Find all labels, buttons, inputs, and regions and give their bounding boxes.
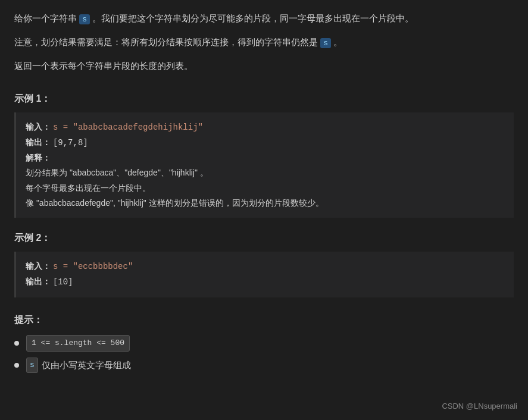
hint1-badge: 1 <= s.length <= 500	[26, 335, 130, 352]
intro-text-prefix: 给你一个字符串	[14, 13, 77, 23]
example2-title: 示例 2：	[14, 230, 514, 246]
watermark: CSDN @LNsupermali	[442, 400, 517, 413]
hints-list: 1 <= s.length <= 500 s 仅由小写英文字母组成	[14, 335, 514, 373]
hint2-s-badge: s	[26, 358, 38, 373]
bullet-icon-1	[14, 341, 19, 346]
example2-block: 输入： s = "eccbbbbdec" 输出： [10]	[14, 252, 514, 297]
intro-s-badge: s	[79, 14, 90, 24]
example1-title: 示例 1：	[14, 90, 514, 106]
bullet-icon-2	[14, 363, 19, 368]
note-text-prefix: 注意，划分结果需要满足：将所有划分结果按顺序连接，得到的字符串仍然是	[14, 37, 318, 47]
example1-input-label: 输入：	[26, 122, 51, 131]
example2-input-value: s = "eccbbbbdec"	[53, 262, 133, 271]
example1-explain-label: 解释：	[26, 153, 51, 162]
example1-input-value: s = "ababcbacadefegdehijhklij"	[53, 123, 203, 132]
return-paragraph: 返回一个表示每个字符串片段的长度的列表。	[14, 58, 514, 74]
example2-output-label: 输出：	[26, 277, 51, 286]
hint2-text: 仅由小写英文字母组成	[42, 358, 131, 373]
hints-section: 提示： 1 <= s.length <= 500 s 仅由小写英文字母组成	[14, 312, 514, 373]
example1-explain-row: 解释：	[26, 151, 504, 165]
example1-output-label: 输出：	[26, 137, 51, 147]
example1-output-value: [9,7,8]	[53, 138, 88, 148]
note-s-badge: s	[320, 38, 331, 48]
note-text-suffix: 。	[333, 37, 342, 47]
example1-output-row: 输出： [9,7,8]	[26, 135, 504, 151]
example1-block: 输入： s = "ababcbacadefegdehijhklij" 输出： […	[14, 112, 514, 218]
example2-output-value: [10]	[53, 277, 73, 287]
example1-input-row: 输入： s = "ababcbacadefegdehijhklij"	[26, 120, 504, 135]
note-paragraph: 注意，划分结果需要满足：将所有划分结果按顺序连接，得到的字符串仍然是 s 。	[14, 35, 514, 50]
example1-explain-line3: 像 "ababcbacadefegde", "hijhklij" 这样的划分是错…	[26, 196, 504, 211]
intro-text-suffix: 。我们要把这个字符串划分为尽可能多的片段，同一字母最多出现在一个片段中。	[92, 13, 414, 23]
intro-paragraph: 给你一个字符串 s 。我们要把这个字符串划分为尽可能多的片段，同一字母最多出现在…	[14, 11, 514, 26]
hint-item-1: 1 <= s.length <= 500	[14, 335, 514, 352]
hints-title: 提示：	[14, 312, 514, 328]
content-area: 给你一个字符串 s 。我们要把这个字符串划分为尽可能多的片段，同一字母最多出现在…	[14, 11, 514, 373]
example2-input-row: 输入： s = "eccbbbbdec"	[26, 259, 504, 274]
example1-explain-line1: 划分结果为 "ababcbaca"、"defegde"、"hijhklij" 。	[26, 165, 504, 180]
example2-output-row: 输出： [10]	[26, 274, 504, 290]
hint-item-2: s 仅由小写英文字母组成	[14, 358, 514, 373]
example2-input-label: 输入：	[26, 261, 51, 271]
example1-explain-line2: 每个字母最多出现在一个片段中。	[26, 181, 504, 196]
